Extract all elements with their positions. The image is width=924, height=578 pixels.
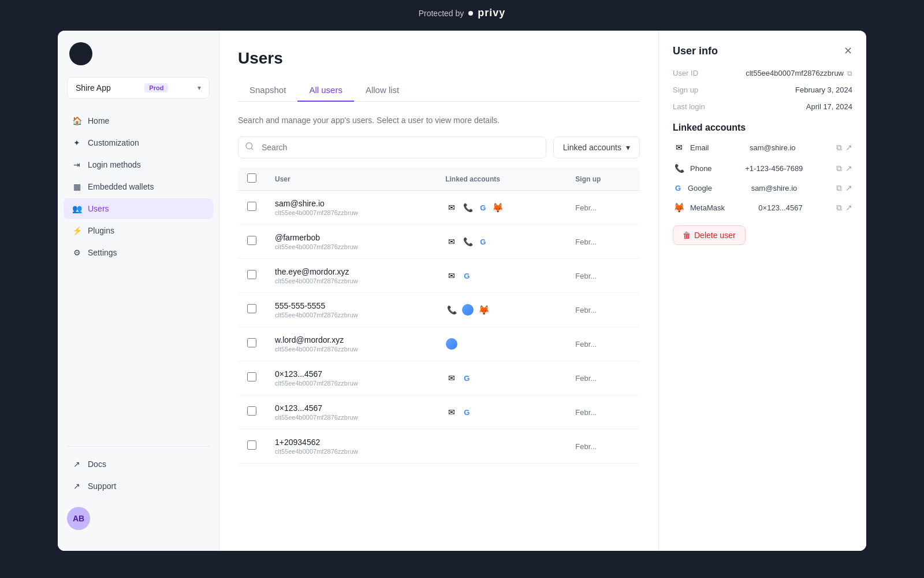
signup-date: Febr... bbox=[575, 203, 597, 212]
table-row[interactable]: the.eye@mordor.xyz clt55ee4b0007mf2876zz… bbox=[238, 259, 640, 293]
copy-linked-icon[interactable]: ⧉ bbox=[836, 203, 842, 213]
table-row[interactable]: 555-555-5555 clt55ee4b0007mf2876zzbruw 📞… bbox=[238, 293, 640, 327]
linked-accounts-filter[interactable]: Linked accounts ▾ bbox=[553, 136, 640, 158]
email-icon: ✉ bbox=[673, 141, 685, 154]
sidebar-item-users[interactable]: 👥 Users bbox=[64, 198, 213, 219]
copy-user-id-icon[interactable]: ⧉ bbox=[847, 69, 852, 77]
table-row[interactable]: 0×123...4567 clt55ee4b0007mf2876zzbruw ✉… bbox=[238, 395, 640, 429]
linked-account-value: 0×123...4567 bbox=[758, 203, 802, 212]
row-checkbox[interactable] bbox=[247, 236, 256, 245]
sidebar-item-label: Customization bbox=[88, 138, 139, 147]
select-all-checkbox[interactable] bbox=[247, 173, 256, 183]
sidebar-logo-area bbox=[58, 42, 219, 77]
google-icon: G bbox=[461, 407, 472, 417]
link-icon[interactable]: ↗ bbox=[845, 183, 852, 192]
sidebar-item-plugins[interactable]: ⚡ Plugins bbox=[64, 220, 213, 241]
user-id-short: clt55ee4b0007mf2876zzbruw bbox=[275, 243, 427, 250]
row-checkbox[interactable] bbox=[247, 270, 256, 279]
linked-account-row: G Google sam@shire.io ⧉ ↗ bbox=[673, 183, 852, 193]
top-bar: Protected by privy bbox=[0, 0, 924, 26]
customization-icon: ✦ bbox=[72, 138, 82, 147]
row-checkbox[interactable] bbox=[247, 406, 256, 416]
sidebar-item-home[interactable]: 🏠 Home bbox=[64, 110, 213, 131]
user-avatar[interactable]: AB bbox=[67, 507, 90, 530]
user-id-short: clt55ee4b0007mf2876zzbruw bbox=[275, 312, 427, 318]
sidebar-item-login-methods[interactable]: ⇥ Login methods bbox=[64, 154, 213, 175]
search-input[interactable] bbox=[238, 136, 546, 158]
date-cell: Febr... bbox=[566, 259, 640, 293]
google-icon: G bbox=[478, 202, 488, 213]
tabs-row: Snapshot All users Allow list bbox=[238, 79, 640, 102]
table-row[interactable]: 1+20934562 clt55ee4b0007mf2876zzbruw Feb… bbox=[238, 429, 640, 464]
email-icon: ✉ bbox=[445, 372, 458, 384]
sidebar-divider bbox=[67, 446, 210, 447]
linked-icons bbox=[445, 338, 557, 350]
home-icon: 🏠 bbox=[72, 116, 82, 125]
user-name: 555-555-5555 bbox=[275, 301, 427, 310]
chevron-down-icon: ▾ bbox=[626, 143, 630, 152]
linked-accounts-cell: ✉G bbox=[436, 259, 566, 293]
google-icon: G bbox=[673, 183, 683, 193]
sidebar-item-label: Home bbox=[88, 116, 109, 125]
signup-label: Sign up bbox=[673, 86, 698, 94]
delete-user-button[interactable]: 🗑 Delete user bbox=[673, 225, 746, 245]
sidebar-item-customization[interactable]: ✦ Customization bbox=[64, 132, 213, 153]
date-cell: Febr... bbox=[566, 361, 640, 395]
link-icon[interactable]: ↗ bbox=[845, 203, 852, 212]
link-icon[interactable]: ↗ bbox=[845, 164, 852, 173]
sidebar-item-docs[interactable]: ↗ Docs bbox=[64, 454, 213, 475]
panel-title: User info bbox=[673, 45, 718, 57]
sidebar-item-embedded-wallets[interactable]: ▦ Embedded wallets bbox=[64, 176, 213, 197]
copy-linked-icon[interactable]: ⧉ bbox=[836, 143, 842, 153]
last-login-value: April 17, 2024 bbox=[806, 102, 852, 111]
users-icon: 👥 bbox=[72, 204, 82, 213]
app-logo bbox=[69, 42, 92, 65]
phone-icon: 📞 bbox=[445, 303, 458, 316]
copy-linked-icon[interactable]: ⧉ bbox=[836, 164, 842, 173]
row-checkbox[interactable] bbox=[247, 338, 256, 347]
svg-line-1 bbox=[251, 148, 253, 150]
login-icon: ⇥ bbox=[72, 160, 82, 169]
linked-account-row: ✉ Email sam@shire.io ⧉ ↗ bbox=[673, 141, 852, 154]
row-checkbox[interactable] bbox=[247, 202, 256, 211]
signup-row: Sign up February 3, 2024 bbox=[673, 86, 852, 94]
tab-snapshot[interactable]: Snapshot bbox=[238, 79, 297, 102]
page-title: Users bbox=[238, 49, 640, 68]
circle-icon bbox=[445, 338, 458, 350]
linked-account-row: 📞 Phone +1-123-456-7689 ⧉ ↗ bbox=[673, 162, 852, 175]
main-content: Users Snapshot All users Allow list Sear… bbox=[219, 31, 658, 551]
row-checkbox[interactable] bbox=[247, 372, 256, 381]
table-row[interactable]: w.lord@mordor.xyz clt55ee4b0007mf2876zzb… bbox=[238, 327, 640, 361]
wallet-icon: ▦ bbox=[72, 182, 82, 191]
linked-accounts-cell: ✉📞G bbox=[436, 225, 566, 259]
tab-allow-list[interactable]: Allow list bbox=[354, 79, 411, 102]
signup-date: Febr... bbox=[575, 442, 597, 451]
search-row: Linked accounts ▾ bbox=[238, 136, 640, 158]
phone-icon: 📞 bbox=[461, 235, 474, 248]
row-checkbox[interactable] bbox=[247, 304, 256, 313]
signup-date: Febr... bbox=[575, 408, 597, 417]
user-cell: 0×123...4567 clt55ee4b0007mf2876zzbruw bbox=[266, 361, 436, 395]
copy-linked-icon[interactable]: ⧉ bbox=[836, 183, 842, 193]
date-cell: Febr... bbox=[566, 225, 640, 259]
tab-all-users[interactable]: All users bbox=[297, 79, 354, 102]
user-name: 0×123...4567 bbox=[275, 369, 427, 379]
linked-account-value: sam@shire.io bbox=[750, 143, 796, 152]
row-checkbox-cell bbox=[238, 429, 266, 464]
sidebar-item-label: Docs bbox=[88, 460, 106, 469]
table-row[interactable]: @farmerbob clt55ee4b0007mf2876zzbruw ✉📞G… bbox=[238, 225, 640, 259]
env-badge: Prod bbox=[144, 83, 168, 92]
link-icon[interactable]: ↗ bbox=[845, 143, 852, 152]
linked-account-actions: ⧉ ↗ bbox=[836, 164, 852, 173]
close-panel-button[interactable]: ✕ bbox=[844, 45, 852, 57]
linked-account-value: +1-123-456-7689 bbox=[745, 164, 803, 173]
app-container: Shire App Prod ▾ 🏠 Home ✦ Customization … bbox=[58, 31, 866, 551]
table-row[interactable]: sam@shire.io clt55ee4b0007mf2876zzbruw ✉… bbox=[238, 191, 640, 225]
search-input-wrap bbox=[238, 136, 546, 158]
sidebar-item-support[interactable]: ↗ Support bbox=[64, 476, 213, 497]
row-checkbox[interactable] bbox=[247, 440, 256, 450]
app-name: Shire App bbox=[76, 83, 111, 92]
app-selector[interactable]: Shire App Prod ▾ bbox=[67, 77, 210, 99]
sidebar-item-settings[interactable]: ⚙ Settings bbox=[64, 242, 213, 263]
table-row[interactable]: 0×123...4567 clt55ee4b0007mf2876zzbruw ✉… bbox=[238, 361, 640, 395]
